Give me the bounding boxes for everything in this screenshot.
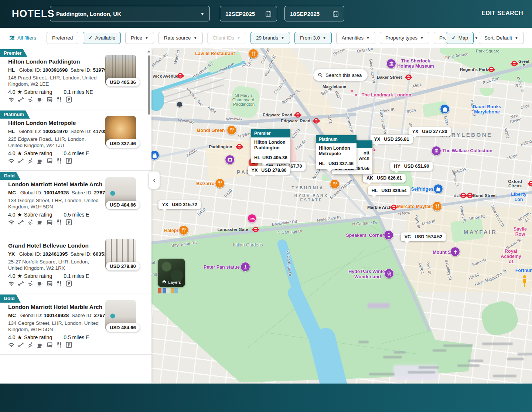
check-icon: ✓ — [451, 35, 456, 41]
street-label: Star St — [294, 139, 306, 150]
church-marker-icon[interactable] — [450, 247, 460, 256]
sort-button[interactable]: Sort: Default▼ — [479, 32, 524, 44]
amenity-icons-row — [8, 96, 72, 103]
hotel-price-badge: USD 484.66 — [106, 201, 140, 209]
rest-marker-icon[interactable] — [330, 179, 340, 189]
dotpink-marker-icon[interactable] — [350, 89, 354, 93]
hotel-card[interactable]: Gold London Marriott Hotel Marble Arch M… — [0, 293, 151, 355]
search-this-area-button[interactable]: Search this area — [313, 69, 368, 81]
map-popup[interactable]: Platinum Hilton London Metropole HLUSD 3… — [316, 135, 357, 169]
check-in-date-field[interactable]: 12SEP2025 — [220, 6, 277, 21]
pegman-icon[interactable] — [521, 275, 528, 287]
camera-marker-icon[interactable] — [225, 155, 235, 164]
rest-marker-icon[interactable] — [215, 178, 225, 188]
map-popup[interactable]: Premier Hilton London Paddington HLUSD 4… — [251, 129, 290, 163]
chevron-down-icon: ▼ — [515, 36, 518, 40]
filter-client-ids[interactable]: Client IDs▼ — [207, 32, 246, 44]
map-canvas[interactable]: Warringstellain RdRandolph RdMaida AveA5… — [151, 48, 532, 384]
store-marker-icon[interactable] — [151, 150, 159, 160]
statue-marker-icon[interactable] — [241, 262, 250, 272]
hotel-address: 134 George Street, LHR, London, United K… — [8, 197, 100, 210]
rest-marker-icon[interactable] — [227, 125, 236, 135]
shuttle-icon — [47, 219, 53, 225]
collapse-panel-button[interactable]: ‹ — [149, 171, 160, 189]
street-label: Clips — [520, 103, 530, 110]
filter-rate-source[interactable]: Rate source▼ — [158, 32, 203, 44]
hotel-name: Hilton London Paddington — [8, 58, 103, 65]
hotel-card[interactable]: Premier Hilton London Paddington HL Glob… — [0, 48, 151, 109]
map-patch — [450, 218, 484, 242]
hotel-card[interactable]: Grand Hotel Bellevue London YX Global ID… — [0, 232, 151, 293]
wifi-icon — [8, 96, 14, 103]
map-price-pill[interactable]: YXUSD 256.81 — [371, 135, 413, 144]
scrollbar-thumb[interactable] — [148, 55, 150, 115]
filter-from-3-0[interactable]: From 3.0▼ — [294, 32, 332, 44]
museum-marker-icon[interactable] — [386, 59, 396, 68]
coffee-icon — [37, 280, 43, 287]
road — [151, 144, 214, 160]
hotel-photo[interactable]: USD 405.36 — [105, 55, 136, 85]
scrollbar-up-arrow[interactable] — [147, 50, 150, 52]
dotpink-marker-icon[interactable] — [354, 93, 358, 97]
chevron-down-icon: ▼ — [145, 36, 149, 40]
filter-property-types[interactable]: Property types▼ — [380, 32, 429, 44]
museum-marker-icon[interactable] — [432, 146, 441, 156]
rest-marker-icon[interactable] — [249, 49, 258, 58]
person-marker-icon[interactable] — [384, 230, 393, 240]
gstrip — [171, 288, 174, 293]
garbled-artifact — [419, 366, 439, 369]
filter-preferred[interactable]: Preferred — [47, 32, 78, 44]
filter-29-brands[interactable]: 29 brands▼ — [250, 32, 290, 44]
store-marker-icon[interactable] — [440, 104, 450, 114]
poi-label: Mount St — [433, 250, 452, 255]
shuttle-icon — [47, 342, 53, 348]
dark-marker-icon[interactable] — [177, 101, 183, 107]
shuttle-icon — [47, 280, 53, 287]
map-patch — [151, 89, 164, 111]
map-price-pill[interactable]: HLUSD 339.54 — [368, 186, 410, 195]
location-select[interactable]: Paddington, London, UK ▾ — [50, 6, 210, 21]
filter-available[interactable]: ✓Available — [83, 32, 121, 44]
pill-price: USD 315.72 — [172, 202, 197, 207]
restaurant-icon — [56, 342, 62, 348]
street-label: Gloucester Pl — [368, 58, 376, 83]
check-out-date-field[interactable]: 18SEP2025 — [284, 6, 344, 21]
store-marker-icon[interactable] — [433, 184, 443, 194]
hotel-photo[interactable]: USD 278.80 — [105, 239, 136, 269]
map-price-pill[interactable]: VCUSD 1574.52 — [401, 232, 446, 241]
map-patch — [151, 72, 224, 95]
map-price-pill[interactable]: YXUSD 377.80 — [409, 127, 451, 136]
map-price-pill[interactable]: HYUSD 651.90 — [390, 162, 433, 171]
parking-icon — [66, 158, 72, 164]
restaurant-icon — [56, 96, 62, 103]
hotel-distance: 0.5 miles E — [64, 334, 89, 340]
map-price-pill[interactable]: AKUSD 626.61 — [363, 174, 406, 183]
map-toggle-button[interactable]: ✓ Map — [446, 32, 474, 44]
wonder-marker-icon[interactable] — [384, 269, 394, 278]
filter-amenities[interactable]: Amenities▼ — [336, 32, 375, 44]
edit-search-button[interactable]: EDIT SEARCH — [481, 10, 523, 17]
map-price-pill[interactable]: YXUSD 278.80 — [248, 166, 290, 175]
map-patch — [480, 88, 494, 96]
poi-label: Laville Restaurant — [195, 51, 235, 56]
hotel-ids: HL Global ID: 100251970 Sabre ID: 41708 — [8, 129, 107, 134]
pill-price: USD 651.90 — [404, 164, 429, 169]
activity-icon — [27, 158, 34, 164]
wifi-icon — [8, 280, 14, 287]
hotel-photo[interactable]: USD 337.46 — [105, 116, 136, 147]
amenity-icons-row — [8, 280, 72, 287]
parking-icon — [66, 219, 72, 225]
garbled-artifact — [358, 341, 369, 343]
rest-marker-icon[interactable] — [179, 225, 188, 235]
bed-marker-icon[interactable] — [248, 214, 256, 223]
hotel-card[interactable]: Platinum Hilton London Metropole HL Glob… — [0, 109, 151, 171]
rest-marker-icon[interactable] — [432, 201, 442, 211]
hotel-photo[interactable]: USD 484.66 — [105, 177, 136, 208]
all-filters-button[interactable]: All filters — [9, 35, 36, 41]
filter-price[interactable]: Price▼ — [125, 32, 154, 44]
hotel-card[interactable]: Gold London Marriott Hotel Marble Arch M… — [0, 171, 151, 232]
poi-label: The Sherlock Holmes Museum — [397, 58, 434, 69]
map-price-pill[interactable]: YXUSD 315.72 — [158, 200, 201, 209]
hotel-photo[interactable]: USD 484.66 — [105, 300, 136, 331]
layers-control[interactable]: Layers — [158, 259, 185, 287]
